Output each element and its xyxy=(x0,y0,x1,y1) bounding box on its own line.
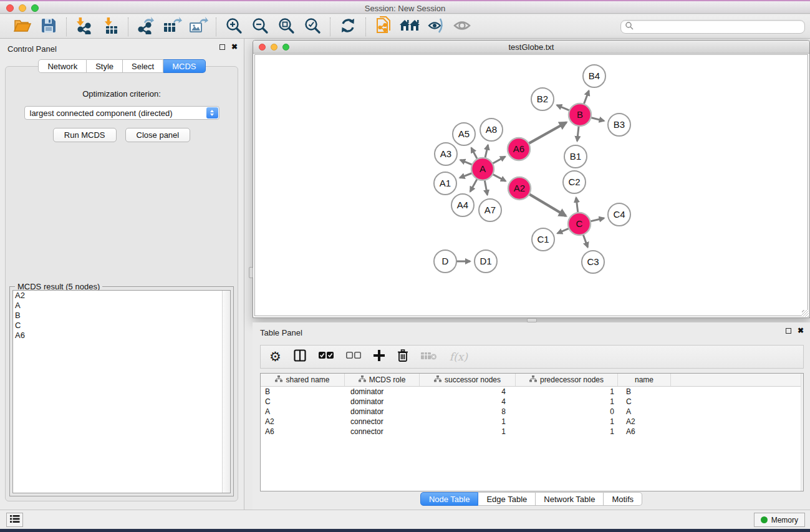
unselect-all-button[interactable] xyxy=(346,351,361,362)
table-cell[interactable]: A xyxy=(261,407,345,416)
edge-A-A2[interactable] xyxy=(491,173,506,181)
columns-button[interactable] xyxy=(294,349,306,364)
table-cell[interactable]: connector xyxy=(345,427,420,436)
hide-details-button[interactable] xyxy=(425,17,447,37)
tab-network-table[interactable]: Network Table xyxy=(536,492,604,506)
table-cell[interactable]: 8 xyxy=(420,407,516,416)
table-cell[interactable]: B xyxy=(261,387,345,396)
result-scrollbar[interactable] xyxy=(222,291,230,493)
node-C4[interactable]: C4 xyxy=(608,203,630,226)
node-B[interactable]: B xyxy=(569,104,591,126)
table-float-panel-icon[interactable] xyxy=(786,328,791,334)
houses-button[interactable] xyxy=(398,17,421,37)
table-cell[interactable]: C xyxy=(261,397,345,406)
table-cell[interactable]: 1 xyxy=(420,417,516,426)
table-settings-button[interactable]: ⚙ xyxy=(269,351,281,363)
zoom-out-button[interactable] xyxy=(249,17,271,37)
node-B3[interactable]: B3 xyxy=(608,114,630,136)
window-resize-grip[interactable] xyxy=(802,310,809,317)
table-cell[interactable]: B xyxy=(618,387,671,396)
edge-A6-B[interactable] xyxy=(528,122,566,144)
edge-A2-C[interactable] xyxy=(528,193,566,216)
float-panel-icon[interactable] xyxy=(219,44,225,50)
search-input[interactable] xyxy=(634,22,804,31)
table-cell[interactable]: 0 xyxy=(516,407,618,416)
edge-C-C2[interactable] xyxy=(576,198,578,214)
show-panels-button[interactable] xyxy=(6,513,23,527)
edge-A-A7[interactable] xyxy=(485,179,488,195)
node-D1[interactable]: D1 xyxy=(475,250,497,273)
node-A2[interactable]: A2 xyxy=(508,177,531,200)
node-A1[interactable]: A1 xyxy=(434,172,456,195)
table-scrollbar[interactable] xyxy=(801,374,803,491)
table-cell[interactable]: 1 xyxy=(516,427,618,436)
tab-network[interactable]: Network xyxy=(38,59,87,73)
table-close-panel-icon[interactable]: ✖ xyxy=(798,327,804,334)
close-panel-button[interactable]: Close panel xyxy=(125,128,191,142)
result-list-item[interactable]: A6 xyxy=(13,331,230,341)
node-B4[interactable]: B4 xyxy=(583,65,605,87)
table-cell[interactable]: 4 xyxy=(420,397,516,406)
table-cell[interactable]: dominator xyxy=(345,407,420,416)
export-image-button[interactable] xyxy=(187,17,210,37)
node-A[interactable]: A xyxy=(471,158,494,180)
tab-node-table[interactable]: Node Table xyxy=(420,492,479,506)
tab-select[interactable]: Select xyxy=(123,59,163,73)
import-table-button[interactable] xyxy=(99,17,122,37)
table-cell[interactable]: A6 xyxy=(261,427,345,436)
edge-A-A8[interactable] xyxy=(485,145,488,159)
table-cell[interactable]: 1 xyxy=(516,387,618,396)
search-field[interactable] xyxy=(620,20,805,34)
edge-B-B2[interactable] xyxy=(557,105,571,111)
export-table-button[interactable] xyxy=(161,17,183,37)
node-B1[interactable]: B1 xyxy=(564,145,587,168)
table-cell[interactable]: 1 xyxy=(516,397,618,406)
table-row[interactable]: Cdominator41C xyxy=(261,397,803,407)
zoom-fit-button[interactable] xyxy=(275,17,297,37)
tab-mcds[interactable]: MCDS xyxy=(163,59,205,73)
table-cell[interactable]: A2 xyxy=(618,417,671,426)
open-session-button[interactable] xyxy=(11,17,34,37)
column-header-shared-name[interactable]: shared name xyxy=(261,374,345,386)
table-cell[interactable]: C xyxy=(618,397,671,406)
result-list-item[interactable]: A2 xyxy=(13,291,230,301)
eye-button[interactable] xyxy=(451,17,473,37)
zoom-selected-button[interactable] xyxy=(301,17,324,37)
mcds-result-list[interactable]: A2ABCA6 xyxy=(12,290,231,493)
run-mcds-button[interactable]: Run MCDS xyxy=(53,128,117,142)
table-row[interactable]: A2connector11A2 xyxy=(261,417,803,427)
edge-C-C1[interactable] xyxy=(557,228,570,233)
node-C3[interactable]: C3 xyxy=(582,251,604,273)
node-C1[interactable]: C1 xyxy=(532,228,554,251)
table-row[interactable]: A6connector11A6 xyxy=(261,427,803,437)
table-cell[interactable]: 1 xyxy=(420,427,516,436)
split-divider-grip-bottom[interactable] xyxy=(527,318,537,322)
table-cell[interactable]: A2 xyxy=(261,417,345,426)
node-A8[interactable]: A8 xyxy=(480,118,503,141)
edge-A-A6[interactable] xyxy=(491,157,505,164)
import-network-button[interactable] xyxy=(73,17,95,37)
refresh-button[interactable] xyxy=(337,17,359,37)
edge-A-A4[interactable] xyxy=(470,178,478,191)
table-cell[interactable]: connector xyxy=(345,417,420,426)
delete-column-button[interactable] xyxy=(397,349,408,364)
node-B2[interactable]: B2 xyxy=(531,88,554,110)
table-cell[interactable]: dominator xyxy=(345,387,420,396)
zoom-in-button[interactable] xyxy=(223,17,245,37)
node-table[interactable]: shared nameMCDS rolesuccessor nodesprede… xyxy=(260,373,804,491)
node-A7[interactable]: A7 xyxy=(479,199,501,221)
result-list-item[interactable]: B xyxy=(13,311,230,321)
edge-C-C3[interactable] xyxy=(582,233,587,247)
node-D[interactable]: D xyxy=(434,250,456,273)
edge-A-A3[interactable] xyxy=(460,160,473,165)
node-A5[interactable]: A5 xyxy=(453,123,475,145)
edge-C-C4[interactable] xyxy=(589,218,604,222)
select-all-button[interactable] xyxy=(319,351,334,362)
network-window-titlebar[interactable]: testGlobe.txt xyxy=(253,41,809,54)
table-cell[interactable]: 4 xyxy=(420,387,516,396)
node-A6[interactable]: A6 xyxy=(508,138,530,160)
node-A3[interactable]: A3 xyxy=(435,143,457,165)
network-canvas[interactable]: B4B2BB3A5A8A6A3AB1A1A2C2A4A7C4CC1DD1C3 xyxy=(254,54,808,316)
add-column-button[interactable] xyxy=(374,350,385,364)
criterion-dropdown[interactable]: largest connected component (directed) xyxy=(24,106,219,120)
